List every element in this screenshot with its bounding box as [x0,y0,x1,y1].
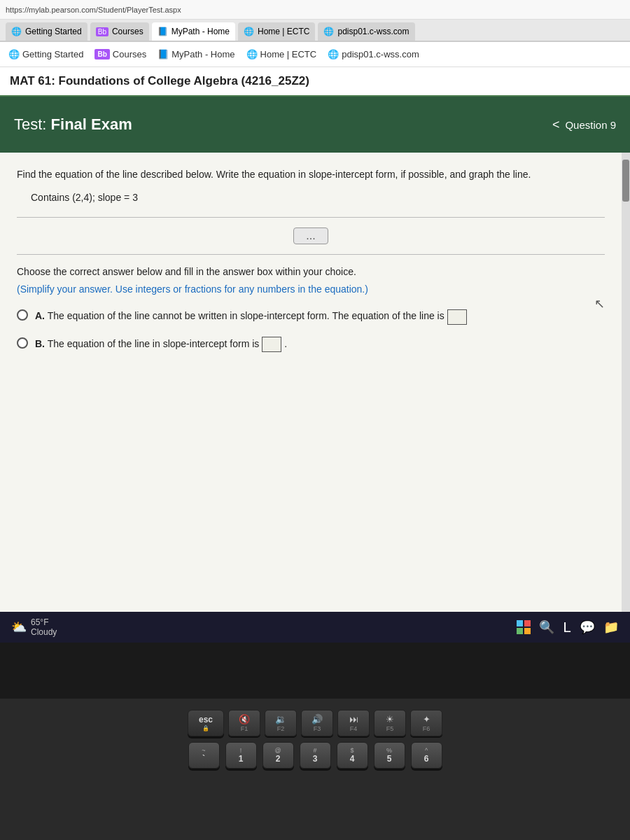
tab-home-ectc[interactable]: 🌐 Home | ECTC [238,22,315,41]
answer-option-a: A. The equation of the line cannot be wr… [17,308,605,324]
nav-pdisp[interactable]: 🌐 pdisp01.c-wss.com [328,49,419,59]
test-title: Test: Final Exam [14,115,132,133]
answer-text-b: B. The equation of the line in slope-int… [35,336,605,352]
nav-home-ectc-label: Home | ECTC [260,49,317,59]
answer-option-b: B. The equation of the line in slope-int… [17,336,605,352]
question-number: Question 9 [565,119,616,131]
tab-label-courses: Courses [112,27,144,36]
radio-b[interactable] [17,337,28,349]
question-nav: < Question 9 [552,118,616,132]
radio-a[interactable] [17,309,28,321]
nav-courses-icon: Bb [94,49,109,59]
option-a-label: A. [35,310,45,321]
answer-box-b[interactable] [262,337,281,352]
question-content: Find the equation of the line described … [0,153,622,612]
tab-icon-home-ectc: 🌐 [244,27,254,36]
option-b-text: The equation of the line in slope-interc… [48,338,260,349]
fn-key-row: esc 🔒 🔇 F1 🔉 F2 🔊 F3 ⏭ F4 ☀ F5 ✦ F6 [14,710,616,736]
simplify-text: (Simplify your answer. Use integers or f… [17,284,368,295]
key-f5[interactable]: ☀ F5 [374,710,406,736]
nav-home-ectc[interactable]: 🌐 Home | ECTC [246,49,317,59]
main-content: Test: Final Exam < Question 9 Find the e… [0,97,630,643]
key-f1[interactable]: 🔇 F1 [228,710,260,736]
nav-getting-started[interactable]: 🌐 Getting Started [8,49,83,59]
tab-label-pdisp: pdisp01.c-wss.com [337,27,409,36]
test-name: Final Exam [51,115,132,133]
tab-icon-pdisp: 🌐 [323,27,334,36]
key-f6[interactable]: ✦ F6 [410,710,442,736]
key-5[interactable]: % 5 [374,742,405,769]
option-a-text: The equation of the line cannot be writt… [48,310,444,321]
key-tilde[interactable]: ~ ` [188,742,220,769]
bb-icon: Bb [96,27,108,36]
tab-courses[interactable]: Bb Courses [90,22,149,41]
expand-button[interactable]: ... [293,227,328,244]
taskbar: ⛅ 65°F Cloudy 🔍 L 💬 📁 [0,612,630,643]
option-b-label: B. [35,338,45,349]
url-bar: https://mylab.pearson.com/Student/Player… [0,0,630,20]
temperature: 65°F [31,617,57,627]
answer-box-a[interactable] [447,309,467,325]
page-title: MAT 61: Foundations of College Algebra (… [10,74,309,88]
key-esc[interactable]: esc 🔒 [188,710,224,736]
tab-label-home-ectc: Home | ECTC [258,27,309,36]
taskbar-l-icon[interactable]: L [563,619,571,636]
number-key-row: ~ ` ! 1 @ 2 # 3 $ 4 % 5 ^ 6 [14,742,616,769]
prev-question-button[interactable]: < [552,118,560,132]
expand-icon: ... [306,230,315,242]
weather-info: ⛅ 65°F Cloudy [11,617,57,637]
nav-courses[interactable]: Bb Courses [94,49,146,59]
cloud-icon: ⛅ [11,620,27,635]
tab-getting-started[interactable]: 🌐 Getting Started [6,22,88,41]
tab-label-getting-started: Getting Started [25,27,82,36]
tab-pdisp[interactable]: 🌐 pdisp01.c-wss.com [318,22,414,41]
cursor-icon-a: ↖ [594,294,605,314]
key-f4[interactable]: ⏭ F4 [337,710,370,736]
divider [17,217,605,218]
answer-text-a: A. The equation of the line cannot be wr… [35,308,605,324]
scrollbar[interactable] [622,153,630,612]
nav-getting-started-icon: 🌐 [8,49,20,59]
taskbar-right: 🔍 L 💬 📁 [517,619,619,636]
nav-home-ectc-icon: 🌐 [246,49,258,59]
url-text: https://mylab.pearson.com/Student/Player… [6,6,181,14]
key-3[interactable]: # 3 [300,742,331,769]
nav-mypath-icon: 📘 [158,49,169,59]
tab-bar: 🌐 Getting Started Bb Courses 📘 MyPath - … [0,20,630,42]
key-4[interactable]: $ 4 [337,742,368,769]
dark-area [0,643,630,699]
key-f3[interactable]: 🔊 F3 [301,710,333,736]
tab-icon-getting-started: 🌐 [11,27,22,36]
nav-courses-label: Courses [113,49,146,59]
content-wrapper: Find the equation of the line described … [0,153,630,612]
scroll-thumb[interactable] [622,160,629,202]
keyboard-area: esc 🔒 🔇 F1 🔉 F2 🔊 F3 ⏭ F4 ☀ F5 ✦ F6 [0,699,630,839]
chat-icon[interactable]: 💬 [580,620,595,635]
divider2 [17,254,605,255]
option-b-period: . [284,338,287,349]
nav-pdisp-icon: 🌐 [328,49,339,59]
test-label: Test: [14,115,46,133]
folder-icon[interactable]: 📁 [603,620,619,635]
simplify-instruction: (Simplify your answer. Use integers or f… [17,282,605,297]
nav-mypath-label: MyPath - Home [172,49,234,59]
tab-mypath[interactable]: 📘 MyPath - Home [152,22,235,41]
tab-icon-mypath: 📘 [158,27,168,36]
nav-bar: 🌐 Getting Started Bb Courses 📘 MyPath - … [0,42,630,67]
choose-instruction: Choose the correct answer below and fill… [17,265,605,279]
key-2[interactable]: @ 2 [262,742,294,769]
nav-pdisp-label: pdisp01.c-wss.com [342,49,419,59]
choose-text: Choose the correct answer below and fill… [17,266,356,277]
nav-mypath[interactable]: 📘 MyPath - Home [158,49,234,59]
search-icon[interactable]: 🔍 [539,620,554,635]
question-instruction: Find the equation of the line described … [17,167,605,182]
tab-label-mypath: MyPath - Home [172,27,230,36]
taskbar-left: ⛅ 65°F Cloudy [11,617,57,637]
key-caret[interactable]: ^ 6 [411,742,442,769]
question-condition: Contains (2,4); slope = 3 [31,192,605,203]
test-title-container: Test: Final Exam [14,115,132,134]
key-1[interactable]: ! 1 [225,742,257,769]
page-title-bar: MAT 61: Foundations of College Algebra (… [0,67,630,97]
key-f2[interactable]: 🔉 F2 [265,710,297,736]
windows-icon[interactable] [517,620,531,634]
